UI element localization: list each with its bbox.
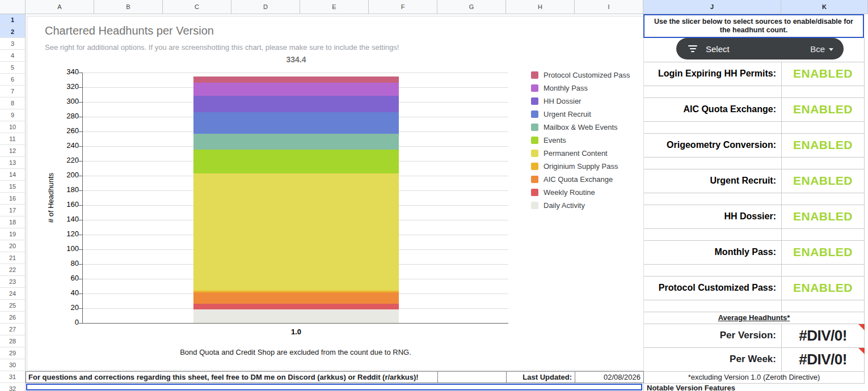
error-corner-icon [858, 324, 865, 330]
bar-segment-urgent-recruit [193, 112, 399, 134]
per-version-value-cell[interactable]: #DIV/0! [781, 324, 865, 347]
toggle-value-cell-1[interactable]: ENABLED [781, 62, 865, 86]
row-header-23[interactable]: 23 [0, 276, 26, 288]
row-header-3[interactable]: 3 [0, 38, 26, 50]
y-tick-label: 100 [47, 244, 79, 253]
row-header-24[interactable]: 24 [0, 288, 26, 300]
row-header-1[interactable]: 1 [0, 14, 26, 26]
legend-label: AIC Quota Exchange [543, 175, 613, 184]
row-header-19[interactable]: 19 [0, 228, 26, 240]
row-header-28[interactable]: 28 [0, 335, 26, 347]
column-header-I[interactable]: I [575, 0, 643, 14]
legend-label: Events [543, 136, 566, 144]
row-header-32[interactable]: 32 [0, 383, 26, 391]
row-header-25[interactable]: 25 [0, 300, 26, 312]
toggle-label-6: Monthly Pass: [643, 240, 776, 264]
row-header-5[interactable]: 5 [0, 62, 26, 74]
row-header-8[interactable]: 8 [0, 97, 26, 109]
chart-title: Chartered Headhunts per Version [45, 24, 214, 37]
row-header-14[interactable]: 14 [0, 169, 26, 181]
legend-label: Protocol Customized Pass [543, 71, 630, 79]
legend-label: Daily Activity [543, 201, 585, 210]
toggle-value-cell-5[interactable]: ENABLED [781, 205, 865, 228]
column-header-H[interactable]: H [506, 0, 575, 14]
legend-swatch [531, 137, 538, 144]
bar-segment-originium-supply-pass [193, 291, 399, 292]
legend-item: Originium Supply Pass [531, 160, 630, 173]
legend-swatch [531, 189, 538, 196]
toggle-label-7: Protocol Customized Pass: [643, 276, 776, 300]
selected-cell-outline[interactable] [26, 384, 642, 390]
toggle-label-5: HH Dossier: [643, 205, 776, 228]
bar-segment-events [193, 150, 399, 173]
column-header-F[interactable]: F [369, 0, 437, 14]
last-updated-label-cell[interactable]: Last Updated: [506, 371, 575, 383]
gridline [643, 300, 865, 300]
toggle-label-2: AIC Quota Exchange: [643, 97, 776, 121]
row-header-4[interactable]: 4 [0, 50, 26, 62]
column-header-B[interactable]: B [94, 0, 163, 14]
legend-swatch [531, 150, 538, 157]
row-header-13[interactable]: 13 [0, 157, 26, 169]
last-updated-value-cell[interactable]: 02/08/2026 [575, 371, 644, 383]
bar-segment-monthly-pass [193, 83, 399, 96]
row-header-26[interactable]: 26 [0, 312, 26, 324]
column-header-K[interactable]: K [781, 0, 868, 14]
row-header-20[interactable]: 20 [0, 240, 26, 252]
row-header-12[interactable]: 12 [0, 145, 26, 157]
slicer-instruction-cell[interactable]: Use the slicer below to select sources t… [643, 14, 864, 38]
row-header-2[interactable]: 2 [0, 26, 26, 38]
column-header-D[interactable]: D [231, 0, 300, 14]
legend-swatch [531, 84, 538, 92]
sheet-corner-box[interactable] [0, 0, 26, 14]
column-header-A[interactable]: A [26, 0, 94, 14]
row-header-21[interactable]: 21 [0, 252, 26, 264]
row-header-16[interactable]: 16 [0, 193, 26, 205]
toggle-value-cell-2[interactable]: ENABLED [781, 97, 865, 121]
row-header-6[interactable]: 6 [0, 74, 26, 86]
gridline [643, 228, 865, 229]
toggle-value-cell-3[interactable]: ENABLED [781, 133, 865, 157]
slicer-selected-value[interactable]: Все [810, 44, 825, 54]
toggle-value-cell-4[interactable]: ENABLED [781, 169, 865, 193]
toggle-label-1: Login Expiring HH Permits: [643, 62, 776, 86]
slicer-control[interactable]: Select Все [676, 38, 844, 60]
row-header-10[interactable]: 10 [0, 121, 26, 133]
row-header-9[interactable]: 9 [0, 109, 26, 121]
toggle-value-cell-6[interactable]: ENABLED [781, 240, 865, 264]
row-header-29[interactable]: 29 [0, 347, 26, 359]
row-header-17[interactable]: 17 [0, 205, 26, 216]
y-tick-label: 260 [47, 126, 79, 135]
y-gridline [83, 323, 508, 324]
toggle-value-cell-7[interactable]: ENABLED [781, 276, 865, 300]
row-header-22[interactable]: 22 [0, 264, 26, 276]
row-header-27[interactable]: 27 [0, 324, 26, 335]
y-tick-label: 160 [47, 200, 79, 209]
row-header-31[interactable]: 31 [0, 371, 26, 383]
legend-label: Mailbox & Web Events [543, 123, 618, 131]
empty-cell[interactable] [437, 371, 507, 383]
legend-swatch [531, 110, 538, 118]
caret-down-icon[interactable] [829, 48, 833, 51]
column-header-C[interactable]: C [163, 0, 231, 14]
legend-label: Monthly Pass [543, 84, 588, 92]
chart-legend: Protocol Customized PassMonthly PassHH D… [531, 69, 630, 212]
gridline [643, 157, 865, 158]
row-header-7[interactable]: 7 [0, 86, 26, 97]
column-header-E[interactable]: E [300, 0, 369, 14]
column-header-J[interactable]: J [643, 0, 781, 14]
row-header-18[interactable]: 18 [0, 216, 26, 228]
bar-segment-mailbox-web-events [193, 134, 399, 150]
row-header-30[interactable]: 30 [0, 359, 26, 371]
row-header-11[interactable]: 11 [0, 133, 26, 145]
row-header-15[interactable]: 15 [0, 181, 26, 193]
y-tick-label: 80 [47, 259, 79, 267]
y-tick-label: 40 [47, 288, 79, 297]
per-week-value-cell[interactable]: #DIV/0! [781, 347, 865, 371]
legend-swatch [531, 71, 538, 79]
chart-widget[interactable]: Chartered Headhunts per Version See righ… [27, 16, 644, 371]
footer-message-cell[interactable]: For questions and corrections regarding … [26, 371, 438, 383]
notable-version-features-header: Notable Version Features [647, 384, 735, 391]
column-header-G[interactable]: G [437, 0, 506, 14]
legend-item: Permanent Content [531, 147, 630, 160]
